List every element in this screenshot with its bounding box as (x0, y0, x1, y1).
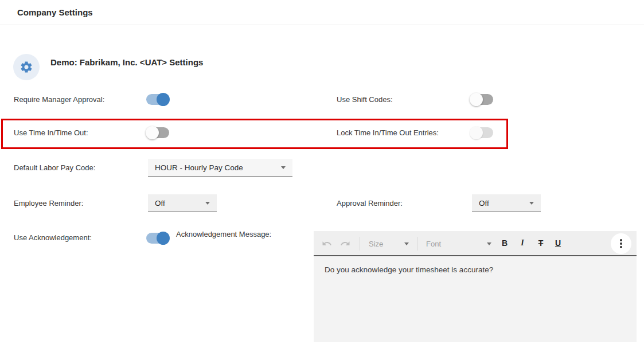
gear-icon (19, 60, 33, 74)
strikethrough-button[interactable]: T (535, 238, 547, 248)
use-acknowledgement-toggle[interactable] (146, 233, 169, 244)
toolbar-divider (360, 237, 360, 251)
toggle-knob (470, 126, 483, 139)
toggle-knob (146, 126, 159, 139)
chevron-down-icon (205, 202, 210, 205)
chevron-down-icon (529, 202, 534, 205)
default-labor-pay-code-dropdown[interactable]: HOUR - Hourly Pay Code (148, 159, 292, 177)
kebab-dot (620, 239, 622, 241)
toggle-knob (157, 232, 170, 245)
use-time-in-out-toggle[interactable] (146, 127, 169, 138)
employee-reminder-value: Off (155, 199, 165, 208)
page-header: Company Settings (0, 0, 644, 25)
employee-reminder-dropdown[interactable]: Off (148, 194, 217, 212)
undo-icon[interactable] (322, 238, 332, 249)
underline-button[interactable]: U (552, 238, 564, 248)
redo-icon[interactable] (340, 238, 350, 249)
toggle-knob (470, 93, 483, 106)
company-settings-page: Company Settings Demo: Fabrikam, Inc. <U… (0, 0, 644, 360)
editor-toolbar: Size Font B I T U (314, 231, 637, 256)
require-manager-approval-label: Require Manager Approval: (14, 95, 104, 104)
use-time-in-out-label: Use Time In/Time Out: (14, 128, 88, 137)
chevron-down-icon[interactable] (487, 242, 491, 245)
chevron-down-icon (281, 166, 286, 169)
page-title: Company Settings (17, 0, 93, 25)
approval-reminder-label: Approval Reminder: (337, 199, 403, 208)
company-settings-title: Demo: Fabrikam, Inc. <UAT> Settings (50, 57, 203, 67)
toggle-knob (157, 93, 170, 106)
default-labor-pay-code-value: HOUR - Hourly Pay Code (155, 163, 243, 172)
use-acknowledgement-label: Use Acknowledgement: (14, 233, 92, 242)
approval-reminder-value: Off (479, 199, 489, 208)
use-shift-codes-toggle[interactable] (470, 94, 493, 105)
acknowledgement-message-editor: Size Font B I T U Do you acknowledge you… (314, 231, 637, 343)
font-family-dropdown[interactable]: Font (426, 240, 441, 248)
toolbar-divider (417, 237, 417, 251)
employee-reminder-label: Employee Reminder: (14, 199, 83, 208)
acknowledgement-message-label: Acknowledgement Message: (176, 230, 271, 238)
bold-button[interactable]: B (499, 238, 510, 248)
use-shift-codes-label: Use Shift Codes: (337, 95, 393, 104)
require-manager-approval-toggle[interactable] (146, 94, 169, 105)
lock-time-in-out-label: Lock Time In/Time Out Entries: (337, 128, 439, 137)
company-avatar (13, 54, 40, 80)
approval-reminder-dropdown[interactable]: Off (472, 194, 541, 212)
more-options-button[interactable] (611, 233, 631, 254)
italic-button[interactable]: I (517, 238, 528, 248)
kebab-dot (620, 242, 622, 245)
kebab-dot (620, 246, 622, 248)
acknowledgement-message-text[interactable]: Do you acknowledge your timesheet is acc… (314, 256, 637, 342)
chevron-down-icon[interactable] (404, 242, 409, 245)
lock-time-in-out-toggle[interactable] (470, 127, 493, 138)
default-labor-pay-code-label: Default Labor Pay Code: (14, 163, 95, 172)
font-size-dropdown[interactable]: Size (369, 240, 383, 248)
